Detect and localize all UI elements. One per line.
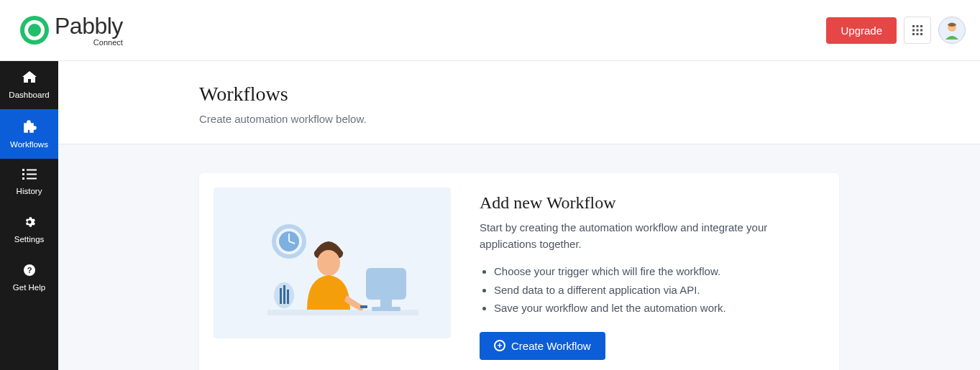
page-title: Workflows [199,83,839,106]
create-workflow-label: Create Workflow [511,340,591,352]
sidebar-item-label: History [17,187,42,195]
sidebar-item-settings[interactable]: Settings [0,205,58,254]
add-workflow-card: Add new Workflow Start by creating the a… [199,173,839,370]
svg-rect-8 [920,33,922,35]
card-description: Start by creating the automation workflo… [480,220,818,252]
puzzle-icon [22,119,37,136]
sidebar-item-label: Get Help [13,283,45,292]
header-right: Upgrade [826,17,966,44]
svg-text:?: ? [27,266,32,274]
brand-logo[interactable]: Pabbly Connect [20,14,123,47]
brand-sub: Connect [55,39,123,47]
page-subtitle: Create automation workflow below. [199,113,839,125]
svg-rect-3 [912,29,915,32]
svg-rect-13 [27,174,37,175]
svg-point-31 [317,250,340,276]
avatar-icon [941,19,963,41]
gear-icon [23,216,36,231]
svg-rect-28 [366,268,406,300]
svg-rect-25 [283,285,285,304]
svg-rect-15 [27,178,37,180]
svg-rect-6 [912,33,915,35]
brand-logo-text: Pabbly Connect [55,14,123,47]
brand-name: Pabbly [55,14,123,37]
list-item: Send data to a different application via… [494,281,818,300]
svg-rect-29 [380,300,392,307]
apps-grid-icon [912,25,922,35]
svg-rect-0 [912,25,915,27]
home-icon [22,71,37,86]
sidebar-item-workflows[interactable]: Workflows [0,109,58,159]
apps-button[interactable] [904,17,931,44]
sidebar-item-label: Dashboard [9,91,49,99]
main-content: Workflows Create automation workflow bel… [58,61,980,370]
svg-rect-2 [920,25,922,27]
svg-rect-1 [917,25,919,27]
svg-rect-30 [372,307,400,311]
workflow-illustration [214,188,451,338]
user-avatar[interactable] [938,17,966,44]
svg-rect-10 [22,169,24,171]
card-title: Add new Workflow [480,193,818,213]
list-item: Save your workflow and let the automatio… [494,299,818,318]
upgrade-button[interactable]: Upgrade [826,17,897,44]
list-item: Choose your trigger which will fire the … [494,262,818,281]
sidebar-item-history[interactable]: History [0,159,58,205]
card-body: Add new Workflow Start by creating the a… [480,188,818,360]
sidebar-item-label: Workflows [10,140,48,149]
svg-rect-26 [287,290,289,304]
brand-logo-icon [20,16,49,45]
svg-rect-7 [917,33,919,35]
svg-rect-32 [360,305,367,308]
sidebar: Dashboard Workflows History Settings ? G… [0,61,58,370]
sidebar-item-get-help[interactable]: ? Get Help [0,254,58,302]
svg-rect-4 [917,29,919,32]
svg-rect-5 [920,29,922,32]
sidebar-item-dashboard[interactable]: Dashboard [0,61,58,109]
svg-rect-14 [22,177,24,180]
plus-circle-icon: + [494,340,505,351]
list-icon [22,169,37,182]
svg-rect-11 [27,170,37,171]
svg-rect-24 [280,288,282,304]
page-header: Workflows Create automation workflow bel… [58,61,980,144]
create-workflow-button[interactable]: + Create Workflow [480,332,605,360]
help-icon: ? [23,264,36,279]
card-bullet-list: Choose your trigger which will fire the … [480,262,818,318]
sidebar-item-label: Settings [14,235,45,244]
svg-rect-12 [22,173,24,175]
top-header: Pabbly Connect Upgrade [0,0,980,61]
